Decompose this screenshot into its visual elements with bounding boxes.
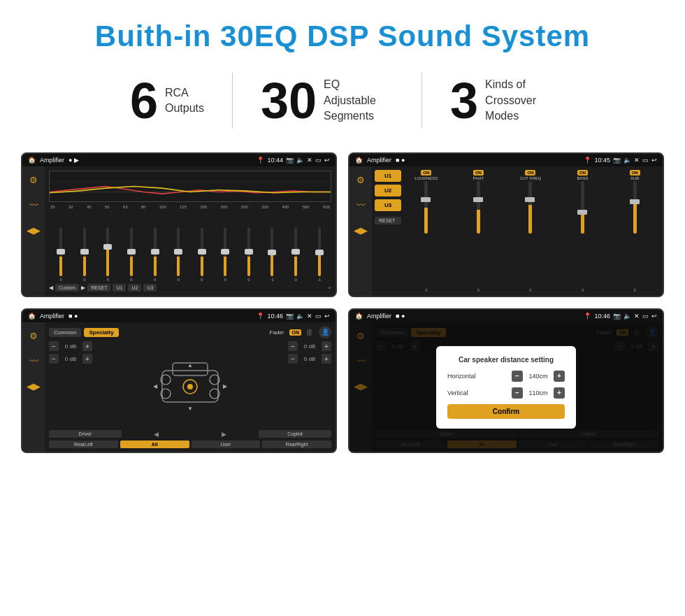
- fader-rearleft-btn[interactable]: RearLeft: [49, 440, 118, 448]
- vol-plus-r0[interactable]: +: [322, 341, 331, 351]
- dialog-time: 10:46: [594, 313, 610, 320]
- dialog-battery-icon: ▭: [642, 313, 649, 320]
- cr-sub: ON SUB 0: [610, 170, 660, 292]
- cr-phat-on[interactable]: ON: [473, 170, 484, 176]
- eq-status-bar: 🏠 Amplifier ● ▶ 📍 10:44 📷 🔈 ✕ ▭ ↩: [22, 154, 336, 166]
- cr-icon-3[interactable]: ◀▶: [353, 222, 368, 238]
- horizontal-minus-btn[interactable]: −: [512, 371, 523, 382]
- vol-minus-r1[interactable]: −: [288, 354, 298, 364]
- vol-row-r0: − 0 dB +: [288, 341, 331, 351]
- fader-main-area: Common Specialty Fader ON ||| 👤 − 0 dB +: [45, 322, 336, 452]
- vol-plus-r1[interactable]: +: [322, 354, 331, 364]
- fader-all-btn[interactable]: All: [120, 440, 189, 448]
- fader-camera-icon: 📷: [286, 313, 294, 320]
- eq-slider-7[interactable]: 0: [215, 227, 236, 282]
- stat-rca: 6 RCAOutputs: [102, 76, 232, 126]
- eq-slider-9[interactable]: -1: [261, 227, 283, 282]
- dialog-app-title: Amplifier: [367, 313, 391, 320]
- vol-val-r0: 0 dB: [300, 343, 319, 350]
- eq-time: 10:44: [267, 157, 283, 164]
- fader-rearright-btn[interactable]: RearRight: [262, 440, 331, 448]
- eq-icon-1[interactable]: ⚙: [26, 172, 41, 187]
- crossover-back-icon: ↩: [651, 157, 657, 164]
- eq-freq-labels: 2532405063 80100125160200 25032040050063…: [49, 205, 331, 209]
- eq-icon-3[interactable]: ◀▶: [26, 222, 41, 238]
- vol-plus-1[interactable]: +: [82, 354, 92, 364]
- page-title: Buith-in 30EQ DSP Sound System: [0, 0, 685, 66]
- cr-icon-2[interactable]: 〰: [353, 197, 368, 213]
- eq-slider-8[interactable]: 0: [238, 227, 260, 282]
- fader-copilot-btn[interactable]: Copilot: [259, 430, 331, 438]
- cr-u2-btn[interactable]: U2: [375, 185, 401, 196]
- cr-u3-btn[interactable]: U3: [375, 199, 401, 211]
- fader-battery-icon: ▭: [315, 313, 322, 320]
- eq-u3-btn[interactable]: U3: [143, 284, 157, 292]
- eq-slider-10[interactable]: 0: [285, 227, 307, 282]
- vol-minus-r0[interactable]: −: [288, 341, 298, 351]
- fader-body: − 0 dB + − 0 dB +: [49, 341, 331, 427]
- cr-sub-slider[interactable]: [610, 181, 660, 287]
- eq-battery-icon: ▭: [315, 157, 322, 164]
- vertical-minus-btn[interactable]: −: [512, 387, 523, 399]
- cr-icon-1[interactable]: ⚙: [353, 172, 368, 187]
- eq-slider-11[interactable]: -1: [308, 227, 330, 282]
- vol-val-r1: 0 dB: [300, 356, 319, 362]
- fader-settings-icon[interactable]: 👤: [319, 326, 331, 338]
- vol-minus-0[interactable]: −: [49, 341, 59, 351]
- eq-slider-4[interactable]: 0: [144, 227, 166, 282]
- cr-bass-slider[interactable]: [558, 181, 608, 287]
- eq-slider-1[interactable]: 0: [74, 227, 96, 282]
- eq-main-area: 2532405063 80100125160200 25032040050063…: [45, 166, 336, 296]
- fd-icon-2[interactable]: 〰: [26, 353, 41, 368]
- eq-u2-btn[interactable]: U2: [128, 284, 141, 292]
- eq-icon-2[interactable]: 〰: [26, 197, 41, 213]
- eq-slider-3[interactable]: 0: [121, 227, 143, 282]
- eq-slider-2[interactable]: 5: [97, 227, 119, 282]
- vol-row-r1: − 0 dB +: [288, 354, 331, 364]
- cr-loudness-slider[interactable]: [401, 181, 452, 287]
- vol-plus-0[interactable]: +: [82, 341, 92, 351]
- cr-loudness-on[interactable]: ON: [421, 170, 431, 176]
- vertical-plus-btn[interactable]: +: [554, 387, 565, 399]
- crossover-time: 10:45: [594, 157, 610, 164]
- vol-minus-1[interactable]: −: [49, 354, 59, 364]
- eq-reset-btn[interactable]: RESET: [87, 284, 110, 292]
- fader-user-btn[interactable]: User: [192, 440, 261, 448]
- cr-cutfreq-label: CUT FREQ: [520, 176, 542, 180]
- fd-icon-3[interactable]: ◀▶: [26, 378, 41, 394]
- horizontal-value: 140cm: [526, 373, 551, 380]
- eq-slider-5[interactable]: 0: [168, 227, 189, 282]
- stat-eq-label: EQ AdjustableSegments: [324, 77, 394, 124]
- home-icon-fd: 🏠: [28, 313, 36, 320]
- fader-app-title: Amplifier: [40, 313, 64, 320]
- confirm-button[interactable]: Confirm: [447, 404, 565, 419]
- stats-row: 6 RCAOutputs 30 EQ AdjustableSegments 3 …: [0, 66, 685, 145]
- fd-icon-1[interactable]: ⚙: [26, 328, 41, 343]
- eq-prev-arrow[interactable]: ◀: [49, 285, 53, 291]
- fader-side-icons: ⚙ 〰 ◀▶: [22, 322, 45, 452]
- horizontal-plus-btn[interactable]: +: [554, 371, 565, 382]
- cr-reset-btn[interactable]: RESET: [375, 217, 401, 224]
- cr-u1-btn[interactable]: U1: [375, 170, 401, 182]
- cr-sub-on[interactable]: ON: [630, 170, 640, 176]
- cr-cutfreq-slider[interactable]: [505, 181, 556, 287]
- cr-bass: ON BASS 0: [558, 170, 608, 292]
- vol-row-0: − 0 dB +: [49, 341, 92, 351]
- fader-tab-specialty[interactable]: Specialty: [84, 328, 118, 337]
- eq-slider-6[interactable]: 0: [191, 227, 212, 282]
- eq-bottom-bar: ◀ Custom ▶ RESET U1 U2 U3 »: [49, 284, 331, 292]
- crossover-screen: 🏠 Amplifier ■ ● 📍 10:45 📷 🔈 ✕ ▭ ↩ ⚙ 〰 ◀▶: [348, 152, 664, 297]
- cr-bass-on[interactable]: ON: [577, 170, 588, 176]
- dialog-status-bar: 🏠 Amplifier ■ ● 📍 10:46 📷 🔈 ✕ ▭ ↩: [349, 310, 663, 322]
- fader-tab-common[interactable]: Common: [49, 328, 81, 337]
- fader-driver-btn[interactable]: Driver: [49, 430, 122, 438]
- fader-arrow-left: ◀: [124, 430, 189, 438]
- stat-crossover-number: 3: [450, 76, 478, 126]
- fader-x-icon: ✕: [307, 313, 312, 320]
- cr-phat-slider[interactable]: [454, 181, 504, 287]
- eq-slider-0[interactable]: 0: [50, 227, 72, 282]
- eq-next-arrow[interactable]: ▶: [81, 285, 85, 291]
- eq-custom-btn[interactable]: Custom: [55, 284, 79, 292]
- eq-u1-btn[interactable]: U1: [113, 284, 126, 292]
- cr-cutfreq-on[interactable]: ON: [525, 170, 535, 176]
